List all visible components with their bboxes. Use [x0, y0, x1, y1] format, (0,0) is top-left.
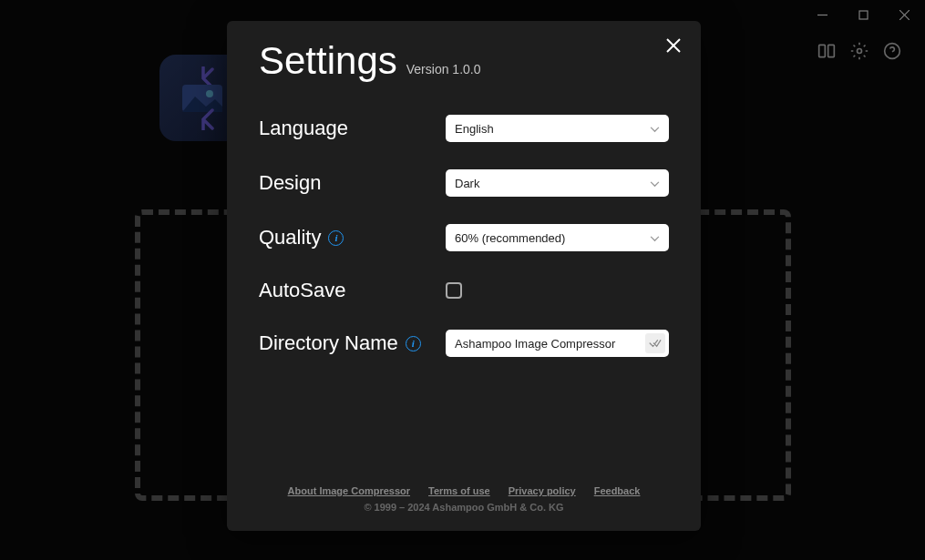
setting-row-autosave: AutoSave [259, 279, 669, 302]
terms-link[interactable]: Terms of use [428, 485, 490, 496]
privacy-link[interactable]: Privacy policy [509, 485, 576, 496]
footer-links: About Image Compressor Terms of use Priv… [259, 485, 669, 496]
copyright-text: © 1999 – 2024 Ashampoo GmbH & Co. KG [259, 502, 669, 513]
autosave-checkbox[interactable] [446, 282, 462, 299]
settings-dialog: Settings Version 1.0.0 Language English … [227, 21, 701, 531]
setting-row-directory: Directory Name i [259, 330, 669, 357]
chevron-down-icon [650, 122, 660, 136]
language-value: English [455, 122, 494, 136]
about-link[interactable]: About Image Compressor [288, 485, 410, 496]
feedback-link[interactable]: Feedback [594, 485, 641, 496]
setting-row-language: Language English [259, 115, 669, 142]
setting-row-design: Design Dark [259, 169, 669, 197]
quality-select[interactable]: 60% (recommended) [446, 224, 669, 251]
autosave-label: AutoSave [259, 279, 446, 302]
quality-value: 60% (recommended) [455, 231, 565, 245]
setting-row-quality: Quality i 60% (recommended) [259, 224, 669, 251]
confirm-button[interactable] [645, 333, 665, 353]
info-icon[interactable]: i [406, 336, 421, 351]
language-select[interactable]: English [446, 115, 669, 142]
modal-footer: About Image Compressor Terms of use Priv… [259, 485, 669, 517]
info-icon[interactable]: i [328, 230, 344, 246]
directory-name-field-wrap [446, 330, 669, 357]
chevron-down-icon [650, 231, 660, 245]
quality-label: Quality i [259, 226, 446, 249]
close-icon[interactable] [663, 35, 684, 56]
chevron-down-icon [650, 177, 660, 190]
settings-title: Settings Version 1.0.0 [259, 39, 669, 83]
directory-name-label: Directory Name i [259, 331, 446, 355]
design-value: Dark [455, 177, 479, 190]
settings-title-text: Settings [259, 39, 397, 83]
directory-name-input[interactable] [455, 337, 660, 351]
design-select[interactable]: Dark [446, 169, 669, 197]
language-label: Language [259, 117, 446, 140]
quality-label-text: Quality [259, 226, 321, 249]
version-label: Version 1.0.0 [406, 62, 481, 76]
directory-name-label-text: Directory Name [259, 331, 398, 355]
design-label: Design [259, 171, 446, 195]
